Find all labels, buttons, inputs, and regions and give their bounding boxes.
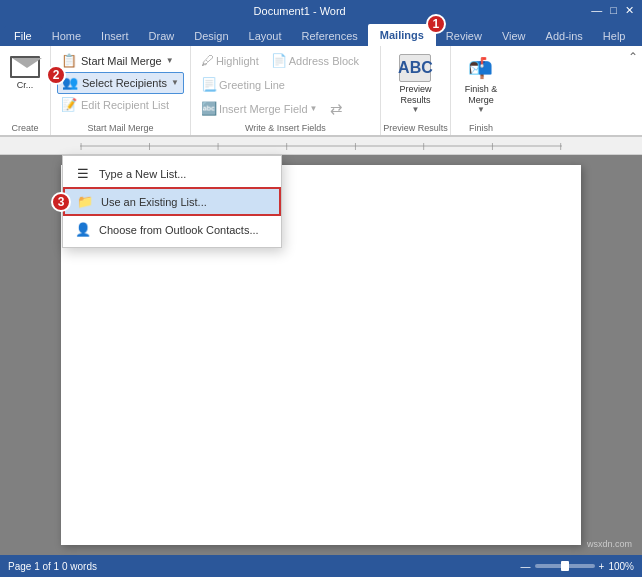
- title-bar: Document1 - Word — □ ✕: [0, 0, 642, 22]
- ribbon-group-finish: 📬 Finish &Merge ▼ Finish: [451, 46, 511, 135]
- insert-merge-field-btn[interactable]: 🔤 Insert Merge Field ▼: [197, 98, 322, 120]
- highlight-btn[interactable]: 🖊 Highlight: [197, 50, 263, 72]
- tab-home[interactable]: Home: [42, 26, 91, 46]
- tab-draw[interactable]: Draw: [139, 26, 185, 46]
- existing-list-label: Use an Existing List...: [101, 196, 207, 208]
- maximize-icon[interactable]: □: [610, 4, 617, 17]
- ruler: ||||||||: [0, 137, 642, 155]
- window-controls[interactable]: — □ ✕: [591, 4, 634, 17]
- dropdown-item-outlook[interactable]: 👤 Choose from Outlook Contacts...: [63, 216, 281, 243]
- ribbon-tabs: File Home Insert Draw Design Layout Refe…: [0, 22, 642, 46]
- dropdown-item-existing-list[interactable]: 📁 Use an Existing List... 3: [63, 187, 281, 216]
- preview-icon: ABC: [399, 54, 431, 82]
- finish-merge-btn[interactable]: 📬 Finish &Merge ▼: [461, 50, 502, 117]
- edit-recipients-label: Edit Recipient List: [81, 99, 169, 111]
- greeting-line-label: Greeting Line: [219, 79, 285, 91]
- dropdown-item-new-list[interactable]: ☰ Type a New List...: [63, 160, 281, 187]
- minimize-icon[interactable]: —: [591, 4, 602, 17]
- merge-field-icon: 🔤: [201, 101, 217, 116]
- start-mail-merge-label: Start Mail Merge: [81, 55, 162, 67]
- edit-recipients-btn[interactable]: 📝 Edit Recipient List: [57, 94, 184, 116]
- tab-mailings[interactable]: Mailings 1: [368, 24, 436, 46]
- step-3-circle: 3: [51, 192, 71, 212]
- watermark: wsxdn.com: [587, 539, 632, 549]
- zoom-slider[interactable]: [535, 564, 595, 568]
- zoom-in-icon[interactable]: +: [599, 561, 605, 572]
- address-icon: 📄: [271, 53, 287, 68]
- zoom-controls[interactable]: — + 100%: [521, 561, 634, 572]
- create-label: Cr...: [17, 80, 34, 90]
- preview-results-label: PreviewResults: [399, 84, 431, 106]
- greeting-icon: 📃: [201, 77, 217, 92]
- tab-file[interactable]: File: [4, 26, 42, 46]
- document-area: ☰ Type a New List... 📁 Use an Existing L…: [0, 155, 642, 555]
- title-text: Document1 - Word: [8, 5, 591, 17]
- zoom-out-icon[interactable]: —: [521, 561, 531, 572]
- outlook-contacts-label: Choose from Outlook Contacts...: [99, 224, 259, 236]
- finish-icon: 📬: [466, 54, 496, 82]
- step-2-circle: 2: [46, 65, 66, 85]
- dropdown-arrow-finish: ▼: [477, 105, 485, 114]
- new-list-label: Type a New List...: [99, 168, 186, 180]
- group-label-create: Create: [11, 123, 38, 133]
- outlook-icon: 👤: [75, 222, 91, 237]
- highlight-label: Highlight: [216, 55, 259, 67]
- match-fields-btn[interactable]: ⇄: [326, 98, 347, 120]
- preview-results-btn[interactable]: ABC PreviewResults ▼: [395, 50, 435, 117]
- ribbon-group-preview: ABC PreviewResults ▼ Preview Results: [381, 46, 451, 135]
- close-icon[interactable]: ✕: [625, 4, 634, 17]
- tab-view[interactable]: View: [492, 26, 536, 46]
- ribbon: Cr... Create 📋 Start Mail Merge ▼ 👥 Sele…: [0, 46, 642, 137]
- zoom-level: 100%: [608, 561, 634, 572]
- new-list-icon: ☰: [75, 166, 91, 181]
- ribbon-group-start: 📋 Start Mail Merge ▼ 👥 Select Recipients…: [51, 46, 191, 135]
- existing-list-icon: 📁: [77, 194, 93, 209]
- status-bar: Page 1 of 1 0 words — + 100%: [0, 555, 642, 577]
- ribbon-collapse-btn[interactable]: ⌃: [628, 50, 638, 64]
- create-btn[interactable]: Cr...: [6, 50, 44, 92]
- finish-merge-label: Finish &Merge: [465, 84, 498, 106]
- match-icon: ⇄: [330, 100, 343, 117]
- dropdown-menu: ☰ Type a New List... 📁 Use an Existing L…: [62, 155, 282, 248]
- ribbon-group-write: 🖊 Highlight 📄 Address Block 📃 Greeting L…: [191, 46, 381, 135]
- dropdown-arrow-preview: ▼: [411, 105, 419, 114]
- tab-addins[interactable]: Add-ins: [536, 26, 593, 46]
- tab-help[interactable]: Help: [593, 26, 636, 46]
- start-mail-merge-btn[interactable]: 📋 Start Mail Merge ▼: [57, 50, 184, 72]
- group-label-start: Start Mail Merge: [51, 123, 190, 133]
- select-recipients-btn[interactable]: 👥 Select Recipients ▼ 2: [57, 72, 184, 94]
- tab-insert[interactable]: Insert: [91, 26, 139, 46]
- highlight-icon: 🖊: [201, 53, 214, 68]
- edit-icon: 📝: [61, 97, 77, 112]
- select-recipients-label: Select Recipients: [82, 77, 167, 89]
- tab-references[interactable]: References: [292, 26, 368, 46]
- group-label-finish: Finish: [469, 123, 493, 133]
- tab-layout[interactable]: Layout: [239, 26, 292, 46]
- insert-merge-field-label: Insert Merge Field: [219, 103, 308, 115]
- tab-design[interactable]: Design: [184, 26, 238, 46]
- dropdown-arrow-start: ▼: [166, 56, 174, 65]
- merge-icon: 📋: [61, 53, 77, 68]
- dropdown-arrow-recipients: ▼: [171, 78, 179, 87]
- ribbon-group-create: Cr... Create: [0, 46, 51, 135]
- greeting-line-btn[interactable]: 📃 Greeting Line: [197, 74, 289, 96]
- group-label-preview: Preview Results: [383, 123, 448, 133]
- step-1-circle: 1: [426, 14, 446, 34]
- group-label-write: Write & Insert Fields: [191, 123, 380, 133]
- address-block-btn[interactable]: 📄 Address Block: [267, 50, 363, 72]
- envelope-icon: [10, 56, 40, 78]
- address-block-label: Address Block: [289, 55, 359, 67]
- dropdown-arrow-merge: ▼: [310, 104, 318, 113]
- status-text: Page 1 of 1 0 words: [8, 561, 97, 572]
